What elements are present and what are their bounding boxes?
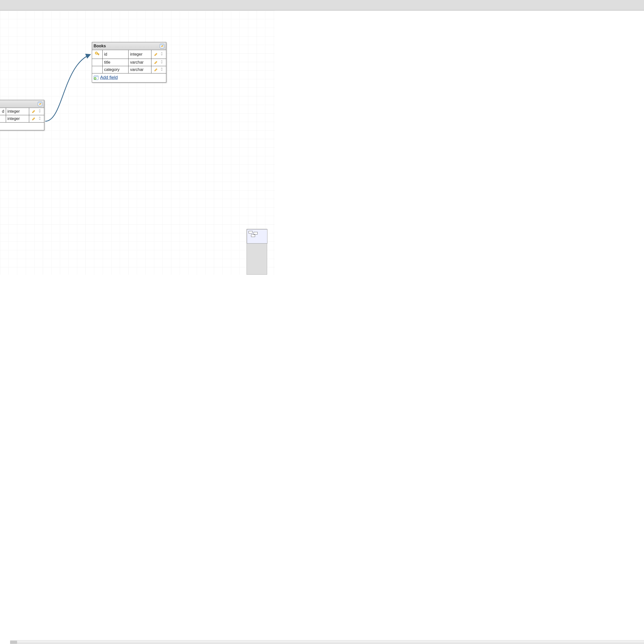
svg-rect-7	[94, 76, 98, 77]
table-books[interactable]: Books id integer	[92, 42, 166, 83]
table-title: Books	[94, 44, 106, 48]
field-name[interactable]: category	[102, 66, 129, 73]
table-header[interactable]: Books	[92, 42, 166, 50]
svg-rect-5	[98, 54, 99, 55]
field-type[interactable]: varchar	[129, 66, 151, 73]
minimap-node	[254, 232, 258, 234]
field-row[interactable]: category varchar	[92, 66, 166, 73]
add-field-link[interactable]: Add field	[100, 75, 118, 80]
reorder-icon[interactable]	[160, 60, 163, 64]
primary-key-icon	[94, 51, 100, 57]
table-header[interactable]	[0, 100, 44, 108]
pencil-icon[interactable]	[154, 67, 158, 71]
key-cell	[92, 50, 102, 59]
pencil-icon[interactable]	[154, 60, 158, 64]
field-row[interactable]: title varchar	[92, 59, 166, 66]
field-actions	[151, 59, 166, 66]
minimap-viewport[interactable]	[247, 229, 267, 244]
minimap-node	[249, 231, 253, 233]
table-rows: id integer title varchar cat	[92, 50, 166, 73]
field-name[interactable]: d	[0, 108, 6, 115]
svg-rect-10	[38, 102, 42, 103]
toolbar	[0, 0, 275, 11]
field-actions	[151, 66, 166, 73]
key-cell	[92, 59, 102, 66]
table-partial-left[interactable]: d integer integer	[0, 100, 44, 130]
field-name[interactable]: id	[102, 50, 129, 59]
minimap-node	[251, 234, 255, 237]
field-type[interactable]: integer	[6, 115, 29, 123]
pencil-icon[interactable]	[32, 116, 36, 120]
table-rows: d integer integer	[0, 108, 44, 123]
diagram-canvas[interactable]: Books id integer	[0, 11, 275, 275]
reorder-icon[interactable]	[160, 67, 163, 71]
field-row[interactable]: integer	[0, 115, 44, 123]
field-actions	[29, 108, 44, 115]
field-row[interactable]: d integer	[0, 108, 44, 115]
field-actions	[151, 50, 166, 59]
svg-rect-1	[160, 45, 164, 45]
field-type[interactable]: varchar	[129, 59, 151, 66]
field-name[interactable]: title	[102, 59, 129, 66]
key-cell	[92, 66, 102, 73]
add-field-icon	[94, 75, 99, 80]
field-row[interactable]: id integer	[92, 50, 166, 59]
add-field-row[interactable]: Add field	[92, 73, 166, 82]
field-type[interactable]: integer	[129, 50, 151, 59]
field-actions	[29, 115, 44, 123]
edit-table-icon[interactable]	[159, 44, 165, 49]
reorder-icon[interactable]	[160, 52, 163, 56]
edit-table-icon[interactable]	[37, 101, 43, 106]
field-type[interactable]: integer	[6, 108, 29, 115]
field-name[interactable]	[0, 115, 6, 123]
reorder-icon[interactable]	[38, 109, 41, 113]
reorder-icon[interactable]	[38, 116, 41, 120]
minimap[interactable]	[247, 229, 267, 275]
pencil-icon[interactable]	[154, 52, 158, 56]
svg-point-3	[96, 53, 97, 54]
pencil-icon[interactable]	[32, 109, 36, 113]
